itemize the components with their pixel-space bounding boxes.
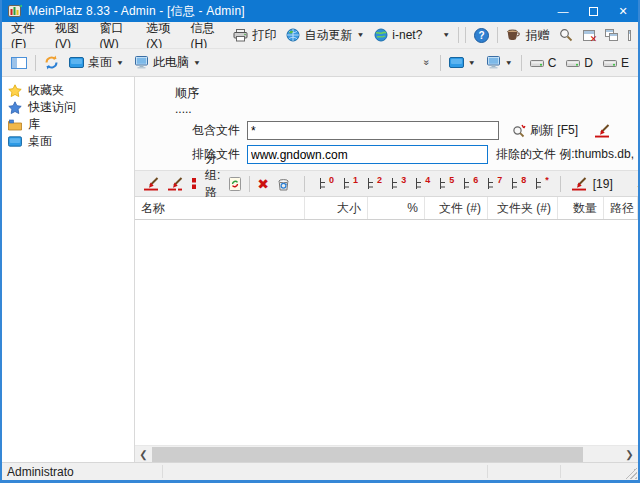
- drive-icon: [530, 58, 544, 68]
- inet-button[interactable]: i-net? ▼: [369, 25, 455, 45]
- refresh-grouping-button[interactable]: [224, 174, 246, 194]
- content-area: 收藏夹 快速访问 库 桌面 顺序 .....: [2, 76, 638, 462]
- scan-count-button[interactable]: [19]: [567, 174, 617, 194]
- scan-toolbar: 分组: 路径 ✖ 0: [135, 171, 638, 197]
- tree-depth-icon: [367, 178, 374, 190]
- toggle-sidebar-button[interactable]: [6, 54, 32, 72]
- level-2-button[interactable]: 2: [363, 175, 387, 193]
- tree-depth-icon: [319, 178, 326, 190]
- shovel-icon: [571, 177, 587, 191]
- scroll-left-arrow[interactable]: ❮: [135, 446, 152, 463]
- tile-windows-button[interactable]: [623, 27, 636, 44]
- print-button[interactable]: 打印: [228, 24, 281, 47]
- auto-update-button[interactable]: 自动更新 ▼: [281, 24, 369, 47]
- scan-count: [19]: [593, 177, 613, 191]
- tile-windows-icon: [628, 30, 631, 41]
- recycle-bin-icon: [277, 177, 290, 191]
- horizontal-scrollbar[interactable]: ❮ ❯: [135, 445, 638, 462]
- expand-columns-button[interactable]: ↔: [631, 173, 640, 194]
- toolbar-overflow-button[interactable]: »: [417, 54, 437, 71]
- chevron-down-icon: ▼: [356, 31, 364, 38]
- chevron-down-icon: ▼: [193, 59, 201, 66]
- globe-icon: [374, 28, 388, 42]
- level-4-button[interactable]: 4: [411, 175, 435, 193]
- resize-grip-icon[interactable]: [625, 467, 637, 479]
- separator: [249, 176, 250, 192]
- close-window-button[interactable]: [578, 27, 600, 44]
- search-button[interactable]: [554, 25, 578, 45]
- sidebar-item-favorites[interactable]: 收藏夹: [4, 82, 132, 99]
- desktop-icon-button[interactable]: ▼: [444, 54, 481, 71]
- help-button[interactable]: ?: [469, 25, 494, 46]
- clear-list-button[interactable]: ✖: [253, 174, 273, 194]
- left-right-arrow-icon: ↔: [635, 176, 640, 191]
- tree-depth-icon: [463, 178, 470, 190]
- refresh-button[interactable]: [39, 52, 64, 73]
- cascade-windows-icon: [605, 29, 618, 41]
- desktop-scope-button[interactable]: 桌面 ▼: [64, 51, 129, 74]
- refresh-f5-button[interactable]: 刷新 [F5]: [507, 119, 583, 142]
- exclude-files-input[interactable]: [247, 145, 488, 164]
- scan-drive-button[interactable]: [163, 174, 187, 194]
- this-pc-scope-button[interactable]: 此电脑 ▼: [129, 51, 206, 74]
- scroll-right-arrow[interactable]: ❯: [621, 446, 638, 463]
- column-header-folders[interactable]: 文件夹 (#): [488, 197, 558, 219]
- exclude-files-label: 排除文件: [135, 146, 247, 163]
- tree-depth-icon: [415, 178, 422, 190]
- level-7-button[interactable]: 7: [483, 175, 507, 193]
- column-header-size[interactable]: 大小: [305, 197, 368, 219]
- column-header-files[interactable]: 文件 (#): [425, 197, 488, 219]
- drive-e-button[interactable]: E: [598, 53, 634, 73]
- separator: [497, 27, 498, 43]
- list-options-button[interactable]: [187, 174, 201, 193]
- drive-d-button[interactable]: D: [561, 53, 598, 73]
- computer-icon: [486, 56, 501, 69]
- drive-icon: [566, 58, 580, 68]
- level-1-button[interactable]: 1: [339, 175, 363, 193]
- minimize-button[interactable]: —: [548, 0, 578, 22]
- level-8-button[interactable]: 8: [507, 175, 531, 193]
- separator: [560, 176, 561, 192]
- column-header-name[interactable]: 名称: [135, 197, 305, 219]
- desktop-icon: [449, 57, 464, 68]
- desktop-icon: [69, 57, 84, 68]
- separator: [465, 27, 466, 43]
- column-header-path[interactable]: 路径: [604, 197, 638, 219]
- search-icon: [559, 28, 573, 42]
- maximize-button[interactable]: [578, 0, 608, 22]
- level-5-button[interactable]: 5: [435, 175, 459, 193]
- folder-tree-sidebar: 收藏夹 快速访问 库 桌面: [2, 77, 135, 462]
- desktop-icon: [8, 136, 22, 147]
- scan-folder-button[interactable]: [139, 174, 163, 194]
- sidebar-item-libraries[interactable]: 库: [4, 116, 132, 133]
- column-header-count[interactable]: 数量: [558, 197, 604, 219]
- svg-text:?: ?: [479, 30, 485, 41]
- level-3-button[interactable]: 3: [387, 175, 411, 193]
- tree-depth-icon: [343, 178, 350, 190]
- separator: [304, 176, 305, 192]
- drive-icon: [603, 58, 617, 68]
- column-header-percent[interactable]: %: [368, 197, 425, 219]
- scan-shovel-button[interactable]: [589, 121, 615, 141]
- level-6-button[interactable]: 6: [459, 175, 483, 193]
- printer-icon: [233, 29, 248, 42]
- order-label: 顺序: [175, 85, 634, 102]
- close-button[interactable]: ✕: [608, 0, 638, 22]
- level-all-button[interactable]: *: [531, 175, 554, 193]
- refresh-icon: [44, 55, 59, 70]
- chevron-down-icon: ▼: [116, 59, 124, 66]
- sidebar-item-desktop[interactable]: 桌面: [4, 133, 132, 150]
- shovel-icon: [594, 124, 610, 138]
- recycle-bin-button[interactable]: [273, 174, 294, 194]
- results-table-body[interactable]: [135, 220, 638, 445]
- cascade-windows-button[interactable]: [600, 26, 623, 44]
- level-0-button[interactable]: 0: [315, 175, 339, 193]
- sidebar-item-quick-access[interactable]: 快速访问: [4, 99, 132, 116]
- scrollbar-thumb[interactable]: [152, 447, 583, 462]
- scrollbar-track[interactable]: [152, 446, 621, 463]
- this-pc-icon-button[interactable]: ▼: [481, 53, 518, 72]
- tree-depth-icon: [439, 178, 446, 190]
- include-files-input[interactable]: [247, 121, 499, 140]
- drive-c-button[interactable]: C: [525, 53, 562, 73]
- donate-button[interactable]: 捐赠: [501, 24, 554, 47]
